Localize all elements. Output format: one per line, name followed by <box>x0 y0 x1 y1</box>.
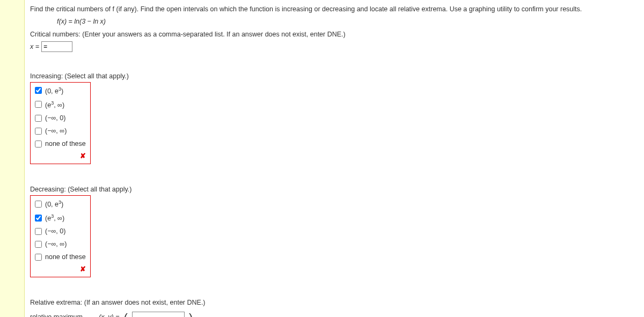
inc-check-2[interactable] <box>35 115 42 122</box>
x-mark-icon: ✘ <box>80 265 86 273</box>
relative-max-label: relative maximum <box>30 313 94 317</box>
critical-input[interactable] <box>41 41 72 52</box>
decreasing-group: (0, e3) (e3, ∞) (−∞, 0) (−∞, ∞) none of … <box>30 195 91 277</box>
inc-label-1: (e3, ∞) <box>45 100 64 109</box>
dec-check-3[interactable] <box>35 241 42 248</box>
dec-option-3: (−∞, ∞) <box>31 238 90 250</box>
xy-eq: (x, y) = <box>99 313 120 317</box>
inc-check-0[interactable] <box>35 87 42 94</box>
function-definition: f(x) = ln(3 − ln x) <box>57 18 639 25</box>
inc-label-3: (−∞, ∞) <box>45 127 67 135</box>
dec-option-1: (e3, ∞) <box>31 211 90 225</box>
x-equals: x = <box>30 43 39 50</box>
relative-max-row: relative maximum (x, y) = ( ) <box>30 312 639 317</box>
dec-label-1: (e3, ∞) <box>45 213 64 222</box>
dec-check-4[interactable] <box>35 254 42 261</box>
increasing-label: Increasing: (Select all that apply.) <box>30 72 639 80</box>
extrema-label: Relative extrema: (If an answer does not… <box>30 299 639 306</box>
question-content: Find the critical numbers of f (if any).… <box>25 0 644 317</box>
dec-check-2[interactable] <box>35 228 42 235</box>
dec-check-0[interactable] <box>35 201 42 208</box>
dec-label-2: (−∞, 0) <box>45 227 65 235</box>
inc-label-4: none of these <box>45 140 86 148</box>
inc-option-1: (e3, ∞) <box>31 98 90 112</box>
dec-option-2: (−∞, 0) <box>31 225 90 238</box>
inc-check-4[interactable] <box>35 141 42 148</box>
inc-option-4: none of these <box>31 137 90 150</box>
inc-check-3[interactable] <box>35 128 42 135</box>
inc-check-1[interactable] <box>35 101 42 108</box>
dec-label-0: (0, e3) <box>45 200 63 208</box>
dec-label-4: none of these <box>45 253 86 261</box>
critical-label: Critical numbers: (Enter your answers as… <box>30 31 639 38</box>
relative-max-input[interactable] <box>132 312 185 317</box>
inc-label-2: (−∞, 0) <box>45 114 65 122</box>
left-margin-strip <box>0 0 25 317</box>
dec-feedback: ✘ <box>31 263 90 276</box>
inc-option-2: (−∞, 0) <box>31 112 90 124</box>
dec-label-3: (−∞, ∞) <box>45 240 67 248</box>
dec-check-1[interactable] <box>35 215 42 222</box>
question-text: Find the critical numbers of f (if any).… <box>30 4 639 14</box>
x-mark-icon: ✘ <box>80 152 86 160</box>
critical-input-row: x = <box>30 41 639 52</box>
inc-feedback: ✘ <box>31 150 90 163</box>
dec-option-0: (0, e3) <box>31 197 90 211</box>
inc-option-3: (−∞, ∞) <box>31 124 90 137</box>
fx-expr: f(x) = ln(3 − ln x) <box>57 18 106 25</box>
inc-label-0: (0, e3) <box>45 86 63 95</box>
inc-option-0: (0, e3) <box>31 84 90 98</box>
dec-option-4: none of these <box>31 250 90 263</box>
decreasing-label: Decreasing: (Select all that apply.) <box>30 186 639 193</box>
increasing-group: (0, e3) (e3, ∞) (−∞, 0) (−∞, ∞) none of … <box>30 82 91 164</box>
